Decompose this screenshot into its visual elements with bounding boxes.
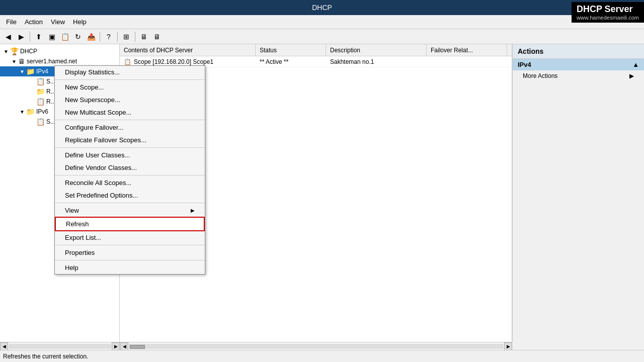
r2-icon: 📋 — [36, 98, 45, 106]
ipv6-sub-icon: 📋 — [36, 118, 45, 126]
ipv4-icon: 📁 — [26, 67, 35, 75]
expander-ipv6[interactable]: ▼ — [18, 109, 26, 115]
dhcp-icon: 🏆 — [10, 47, 19, 55]
ctx-reconcile-all[interactable]: Reconcile All Scopes... — [55, 176, 205, 189]
export-button[interactable]: 📤 — [85, 31, 97, 43]
title-bar: DHCP — [0, 0, 644, 15]
help-button[interactable]: ? — [103, 31, 115, 43]
ctx-configure-failover[interactable]: Configure Failover... — [55, 121, 205, 134]
watermark: DHCP Server www.hamedesmaeili.com — [572, 2, 644, 23]
ctx-properties[interactable]: Properties — [55, 246, 205, 259]
scroll-right-btn2[interactable]: ▶ — [504, 342, 512, 350]
ctx-refresh[interactable]: Refresh — [55, 217, 205, 231]
ctx-define-user-classes[interactable]: Define User Classes... — [55, 149, 205, 161]
more-actions-item[interactable]: More Actions ▶ — [513, 70, 644, 81]
menu-view[interactable]: View — [47, 17, 69, 27]
properties-button[interactable]: 📋 — [59, 31, 71, 43]
table-header: Contents of DHCP Server Status Descripti… — [120, 44, 512, 56]
ctx-define-vendor-classes[interactable]: Define Vendor Classes... — [55, 161, 205, 174]
monitor-button[interactable]: 🖥 — [138, 31, 150, 43]
watermark-url: www.hamedesmaeili.com — [577, 15, 639, 21]
ipv6-icon: 📁 — [26, 108, 35, 116]
col-status[interactable]: Status — [256, 44, 326, 56]
actions-header: Actions — [513, 44, 644, 59]
more-actions-label: More Actions — [523, 72, 557, 79]
menu-help[interactable]: Help — [69, 17, 91, 27]
toolbar: ◀ ▶ ⬆ ▣ 📋 ↻ 📤 ? ⊞ 🖥 🖥 — [0, 29, 644, 44]
up-button[interactable]: ⬆ — [33, 31, 45, 43]
scroll-left-btn[interactable]: ◀ — [0, 342, 8, 350]
dhcp-label: DHCP — [20, 48, 37, 55]
col-description[interactable]: Description — [326, 44, 427, 56]
ctx-sep-7 — [55, 260, 205, 260]
scroll-track-left[interactable] — [9, 344, 111, 348]
new-window-button[interactable]: ⊞ — [120, 31, 132, 43]
ctx-help[interactable]: Help — [55, 261, 205, 274]
expander-ipv4[interactable]: ▼ — [18, 69, 26, 74]
r1-icon: 📁 — [36, 87, 45, 96]
forward-button[interactable]: ▶ — [15, 31, 27, 43]
tree-node-server[interactable]: ▼ 🖥 server1.hamed.net — [0, 56, 119, 66]
actions-panel: Actions IPv4 ▲ More Actions ▶ — [512, 44, 644, 342]
tree-node-dhcp[interactable]: ▼ 🏆 DHCP — [0, 46, 119, 56]
scope-icon: 📋 — [36, 77, 45, 85]
ctx-sep-4 — [55, 175, 205, 175]
app-title: DHCP — [312, 4, 332, 12]
cell-description: Sakhteman no.1 — [326, 56, 427, 67]
context-menu: Display Statistics... New Scope... New S… — [54, 65, 205, 275]
ctx-sep-3 — [55, 147, 205, 148]
action-group-label: IPv4 — [518, 61, 531, 68]
h-scroll-right[interactable]: ◀ ▶ — [120, 342, 512, 350]
show-hide-button[interactable]: ▣ — [46, 31, 58, 43]
h-scroll-left[interactable]: ◀ ▶ — [0, 342, 120, 350]
refresh-button[interactable]: ↻ — [72, 31, 84, 43]
ipv6-label: IPv6 — [36, 108, 48, 115]
menu-file[interactable]: File — [2, 17, 21, 27]
ctx-view[interactable]: View ▶ — [55, 204, 205, 217]
view-submenu-arrow: ▶ — [191, 208, 195, 213]
collapse-icon: ▲ — [632, 61, 639, 68]
scroll-left-btn2[interactable]: ◀ — [120, 342, 128, 350]
server-label: server1.hamed.net — [27, 58, 77, 65]
scroll-right-btn[interactable]: ▶ — [112, 342, 120, 350]
watermark-title: DHCP Server — [577, 4, 639, 15]
ctx-new-multicast[interactable]: New Multicast Scope... — [55, 106, 205, 119]
status-bar: Refreshes the current selection. — [0, 350, 644, 362]
ctx-sep-6 — [55, 245, 205, 245]
ctx-replicate-failover[interactable]: Replicate Failover Scopes... — [55, 134, 205, 146]
menu-bar: File Action View Help — [0, 15, 644, 29]
ctx-export-list[interactable]: Export List... — [55, 231, 205, 244]
action-group-ipv4[interactable]: IPv4 ▲ — [513, 59, 644, 70]
col-contents[interactable]: Contents of DHCP Server — [120, 44, 256, 56]
ctx-display-statistics[interactable]: Display Statistics... — [55, 66, 205, 78]
back-button[interactable]: ◀ — [2, 31, 14, 43]
expander-dhcp[interactable]: ▼ — [2, 49, 10, 54]
scope-row-icon: 📋 — [124, 58, 131, 65]
more-actions-arrow: ▶ — [629, 72, 634, 79]
ctx-sep-5 — [55, 203, 205, 203]
expander-server[interactable]: ▼ — [10, 59, 18, 64]
monitor2-button[interactable]: 🖥 — [151, 31, 163, 43]
ctx-sep-1 — [55, 79, 205, 80]
cell-failover — [427, 56, 507, 67]
status-text: Refreshes the current selection. — [3, 353, 88, 360]
ipv4-label: IPv4 — [36, 68, 48, 75]
server-icon: 🖥 — [18, 57, 25, 65]
menu-action[interactable]: Action — [21, 17, 47, 27]
ctx-sep-2 — [55, 120, 205, 120]
ctx-new-scope[interactable]: New Scope... — [55, 81, 205, 94]
scroll-track-right[interactable] — [129, 344, 503, 348]
ctx-set-predefined[interactable]: Set Predefined Options... — [55, 189, 205, 202]
cell-status: ** Active ** — [256, 56, 326, 67]
ctx-new-superscope[interactable]: New Superscope... — [55, 94, 205, 106]
col-failover[interactable]: Failover Relat... — [427, 44, 507, 56]
